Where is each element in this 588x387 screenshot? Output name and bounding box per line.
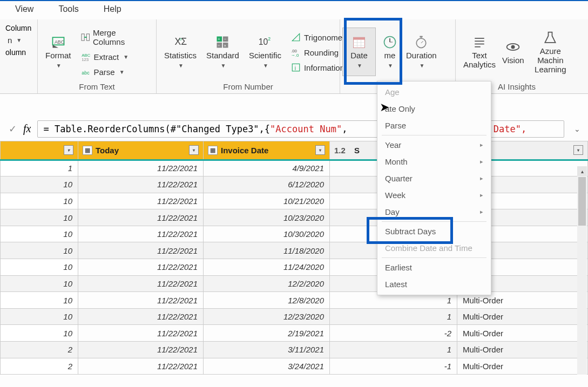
date-type-icon: ▦ [208,146,218,155]
formula-text-red: "Account Num" [270,124,342,134]
menu-help[interactable]: Help [99,3,126,15]
vision-button[interactable]: Vision [500,28,526,76]
svg-text:10: 10 [259,37,268,46]
standard-button[interactable]: +−÷× Standard▼ [204,28,241,76]
scientific-icon: 102 [258,35,273,50]
duration-button[interactable]: Duration▼ [404,28,439,76]
menu-subtract-days[interactable]: Subtract Days [377,223,491,240]
trig-icon [291,32,301,42]
svg-text:σ: σ [179,37,182,41]
svg-text:2: 2 [268,36,271,42]
menu-earliest[interactable]: Earliest [377,259,491,276]
formula-text-prefix: = Table.ReorderColumns(#"Changed Type3",… [43,124,270,134]
merge-icon [81,32,90,42]
table-row[interactable]: 1011/22/202111/24/2020rder [1,259,588,276]
svg-text:÷: ÷ [218,44,220,47]
svg-text:ABC: ABC [55,39,64,45]
svg-text:→.0: →.0 [291,53,299,57]
column-label: Column [5,24,29,32]
table-row[interactable]: 211/22/20213/11/20211Multi-Order [1,342,588,358]
table-row[interactable]: 1011/22/20216/12/2020rder [1,176,588,193]
menu-parse[interactable]: Parse [377,117,491,134]
formula-expand-button[interactable]: ⌄ [571,125,584,133]
menu-age[interactable]: Age [377,84,491,100]
menu-latest[interactable]: Latest [377,276,491,293]
svg-text:+: + [218,37,220,41]
table-row[interactable]: 111/22/20214/9/2021rder [1,160,588,176]
svg-text:123: 123 [82,57,89,62]
svg-rect-21 [292,64,300,71]
menu-month[interactable]: Month▸ [377,153,491,170]
svg-text:−: − [224,37,226,41]
menu-year[interactable]: Year▸ [377,137,491,153]
menu-week[interactable]: Week▸ [377,187,491,203]
flask-icon [543,30,558,45]
svg-text:i: i [295,65,296,71]
merge-columns-button[interactable]: Merge Columns [79,27,147,47]
table-row[interactable]: 1011/22/202112/23/20201Multi-Order [1,308,588,325]
extract-icon: ABC123 [81,52,91,62]
table-row[interactable]: 211/22/20213/24/2021-1Multi-Order [1,358,588,375]
unknown-dropdown[interactable]: n▼ [5,35,29,46]
sigma-icon: XΣσ [173,35,188,50]
table-row[interactable]: 1011/22/202110/21/2020rder [1,193,588,209]
menu-day[interactable]: Day▸ [377,203,491,220]
table-row[interactable]: 1011/22/202112/2/2020rder [1,275,588,292]
calendar-icon [352,35,367,50]
col-filter[interactable]: ▾ [315,145,325,155]
table-row[interactable]: 1011/22/202110/23/2020rder [1,209,588,226]
scrollbar-thumb[interactable] [578,177,586,226]
col-today: Today [96,146,119,155]
date-dropdown-menu: Age ate Only Parse Year▸ Month▸ Quarter▸… [377,81,491,295]
time-button[interactable]: me▼ [378,28,402,76]
format-icon: ABC [51,35,66,50]
stopwatch-icon [414,35,429,50]
vertical-scrollbar[interactable]: ▴ [577,166,587,375]
text-analytics-icon [472,35,487,50]
column-label2: olumn [5,48,29,57]
table-row[interactable]: 1011/22/20212/19/2021-2Multi-Order [1,325,588,342]
scroll-up-icon[interactable]: ▴ [577,166,587,176]
extract-button[interactable]: ABC123 Extract▼ [79,51,147,63]
data-grid: ▾ ▦Today▾ ▦Invoice Date▾ 1.2 S nt Type▾ … [0,141,588,375]
col-filter[interactable]: ▾ [189,145,199,155]
rounding-icon: .00→.0 [291,47,301,57]
info-icon: i [291,63,301,72]
text-analytics-button[interactable]: Text Analytics [461,28,498,76]
format-button[interactable]: ABC Format▼ [43,28,73,76]
date-type-icon: ▦ [83,146,92,155]
svg-rect-2 [82,34,84,40]
svg-line-35 [421,41,423,43]
from-text-label: From Text [43,82,151,93]
table-row[interactable]: 1011/22/202111/18/2020rder [1,242,588,259]
svg-rect-24 [354,37,365,39]
svg-rect-33 [420,36,423,38]
menu-date-only[interactable]: ate Only [377,100,491,117]
date-button[interactable]: Date▼ [342,28,376,76]
clock-icon [382,35,397,50]
eye-icon [505,39,521,55]
svg-point-41 [511,45,515,49]
azure-ml-button[interactable]: Azure Machin Learning [529,28,572,76]
col-invoice-date: Invoice Date [221,146,268,155]
menu-tools[interactable]: Tools [54,3,83,15]
standard-icon: +−÷× [215,35,230,50]
menu-quarter[interactable]: Quarter▸ [377,170,491,187]
col-filter[interactable]: ▾ [573,145,583,155]
from-number-label: From Number [162,82,334,93]
svg-text:abc: abc [82,70,90,76]
svg-rect-3 [86,34,89,40]
table-row[interactable]: 1011/22/202112/8/20201Multi-Order [1,292,588,309]
formula-accept-icon[interactable]: ✓ [9,123,17,135]
statistics-button[interactable]: XΣσ Statistics▼ [162,28,199,76]
menu-view[interactable]: View [11,3,38,15]
parse-button[interactable]: abc Parse▼ [79,66,147,78]
parse-icon: abc [81,67,91,77]
menu-combine-date-time[interactable]: Combine Date and Time [377,240,491,256]
table-row[interactable]: 1011/22/202110/30/2020rder [1,226,588,242]
scientific-button[interactable]: 102 Scientific▼ [247,28,283,76]
fx-icon: fx [23,123,31,135]
svg-text:×: × [224,44,226,47]
col-filter[interactable]: ▾ [64,145,73,155]
